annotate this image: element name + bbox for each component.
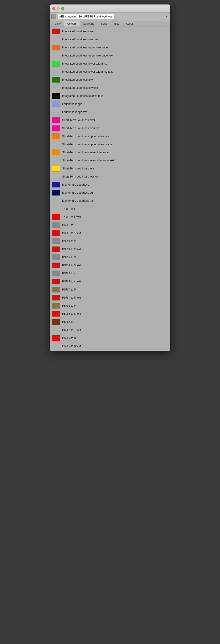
tab-about[interactable]: About xyxy=(122,21,136,26)
row-psr-0-to-1-text: PSR 0 to 1 text xyxy=(50,229,170,237)
row-integrated-loudness-lower-tolerance: Integrated Loudness lower tolerance xyxy=(50,60,170,68)
label-integrated-loudness-low-text: Integrated Loudness low text xyxy=(62,86,98,90)
row-psr-5-to-6: PSR 5 to 6 xyxy=(50,302,170,310)
swatch-integrated-loudness-lower-tolerance[interactable] xyxy=(52,61,60,66)
label-loudness-range-text: Loudness range text xyxy=(62,110,87,114)
row-psr-1-to-2: PSR 1 to 2 xyxy=(50,237,170,245)
maximize-button[interactable] xyxy=(61,7,64,10)
swatch-integrated-loudness-low[interactable] xyxy=(52,77,60,83)
swatch-psr-5-to-6[interactable] xyxy=(52,303,60,309)
label-momentary-loudness-text: Momentary Loudness text xyxy=(62,199,94,202)
row-psr-0-to-1: PSR 0 to 1 xyxy=(50,221,170,229)
no-swatch-short-term-loudness-lower-tolerance-text xyxy=(52,158,60,164)
tab-sync[interactable]: Sync xyxy=(98,21,110,26)
label-short-term-loudness-lower-tolerance: Short-Term Loudness lower tolerance xyxy=(62,151,109,154)
label-psr-4-to-5: PSR 4 to 5 xyxy=(62,288,76,291)
row-short-term-loudness-low-text: Short-Term Loudness low text xyxy=(50,172,170,181)
row-psr-7-to-8: PSR 7 to 8 xyxy=(50,334,170,342)
swatch-psr-3-to-4-text[interactable] xyxy=(52,279,60,284)
swatch-momentary-loudness-sum[interactable] xyxy=(52,190,60,196)
label-integrated-loudness-relative-text: Integrated Loudness relative text xyxy=(62,94,103,98)
label-short-term-loudness-low: Short-Term Loudness low xyxy=(62,167,94,170)
label-integrated-loudness-upper-tolerance-text: Integrated Loudness upper tolerance text xyxy=(62,54,113,57)
label-momentary-loudness: Momentary Loudness xyxy=(62,183,89,186)
label-short-term-loudness-low-text: Short-Term Loudness low text xyxy=(62,175,99,178)
tab-view[interactable]: View xyxy=(51,21,64,26)
colours-content: Integrated Loudness overIntegrated Loudn… xyxy=(50,26,170,351)
row-psr-3-to-4: PSR 3 to 4 xyxy=(50,270,170,278)
swatch-psr-7-to-8[interactable] xyxy=(52,335,60,341)
row-psr-3-to-4-text: PSR 3 to 4 text xyxy=(50,278,170,286)
no-swatch-integrated-loudness-lower-tolerance-text xyxy=(52,69,60,75)
swatch-psr-4-to-5[interactable] xyxy=(52,287,60,292)
label-psr-1-to-2: PSR 1 to 2 xyxy=(62,240,76,243)
swatch-psr-3-to-4[interactable] xyxy=(52,270,60,276)
swatch-short-term-loudness-upper-tolerance[interactable] xyxy=(52,133,60,139)
close-button[interactable] xyxy=(52,7,55,10)
tab-misc[interactable]: Misc xyxy=(110,21,122,26)
tab-colours[interactable]: Colours xyxy=(64,21,80,26)
row-short-term-loudness-lower-tolerance-text: Short-Term Loudness lower tolerance text xyxy=(50,156,170,164)
swatch-short-term-loudness-low[interactable] xyxy=(52,166,60,172)
label-short-term-loudness-upper-tolerance: Short-Term Loudness upper tolerance xyxy=(62,135,109,138)
row-loudness-range: Loudness range xyxy=(50,100,170,108)
minimize-button[interactable] xyxy=(57,7,60,10)
swatch-psr-5-to-6-text[interactable] xyxy=(52,311,60,317)
label-psr-1-to-2-text: PSR 1 to 2 text xyxy=(62,248,81,251)
swatch-psr-2-to-3-text[interactable] xyxy=(52,262,60,268)
row-short-term-loudness-over-text: Short-Term Loudness over text xyxy=(50,124,170,132)
swatch-psr-0-to-1[interactable] xyxy=(52,222,60,228)
row-integrated-loudness-lower-tolerance-text: Integrated Loudness lower tolerance text xyxy=(50,68,170,76)
label-short-term-loudness-upper-tolerance-text: Short-Term Loudness upper tolerance text xyxy=(62,143,114,146)
row-short-term-loudness-lower-tolerance: Short-Term Loudness lower tolerance xyxy=(50,148,170,156)
traffic-lights xyxy=(52,7,64,10)
label-integrated-loudness-over: Integrated Loudness over xyxy=(62,30,94,33)
row-short-term-loudness-upper-tolerance: Short-Term Loudness upper tolerance xyxy=(50,132,170,140)
label-psr-7-to-8-text: PSR 7 to 8 text xyxy=(62,344,81,348)
row-short-term-loudness-over: Short-Term Loudness over xyxy=(50,116,170,124)
row-momentary-loudness: Momentary Loudness xyxy=(50,181,170,189)
no-swatch-integrated-loudness-over-text xyxy=(52,36,60,42)
row-integrated-loudness-low-text: Integrated Loudness low text xyxy=(50,84,170,92)
swatch-loudness-range[interactable] xyxy=(52,101,60,107)
preset-select-wrapper: AES streaming -16 LUFS PSR and loudness xyxy=(58,14,169,19)
swatch-true-peak-over[interactable] xyxy=(52,214,60,220)
no-swatch-integrated-loudness-upper-tolerance-text xyxy=(52,53,60,58)
no-swatch-integrated-loudness-low-text xyxy=(52,85,60,91)
label-true-peak: True Peak xyxy=(62,207,75,210)
swatch-psr-6-to-7[interactable] xyxy=(52,319,60,325)
label-loudness-range: Loudness range xyxy=(62,102,82,106)
label-integrated-loudness-over-text: Integrated Loudness over text xyxy=(62,38,99,41)
swatch-psr-4-to-5-text[interactable] xyxy=(52,295,60,300)
label-psr-3-to-4: PSR 3 to 4 xyxy=(62,272,76,275)
add-button[interactable] xyxy=(51,14,56,19)
swatch-integrated-loudness-over[interactable] xyxy=(52,28,60,34)
swatch-psr-1-to-2[interactable] xyxy=(52,238,60,244)
swatch-psr-0-to-1-text[interactable] xyxy=(52,230,60,236)
row-psr-6-to-7: PSR 6 to 7 xyxy=(50,318,170,326)
label-integrated-loudness-low: Integrated Loudness low xyxy=(62,78,93,81)
no-swatch-psr-6-to-7-text xyxy=(52,327,60,333)
no-swatch-short-term-loudness-upper-tolerance-text xyxy=(52,142,60,147)
label-true-peak-over: True Peak over xyxy=(62,216,81,218)
row-short-term-loudness-low: Short-Term Loudness low xyxy=(50,164,170,172)
swatch-psr-1-to-2-text[interactable] xyxy=(52,246,60,252)
no-swatch-psr-7-to-8-text xyxy=(52,343,60,349)
swatch-short-term-loudness-over[interactable] xyxy=(52,117,60,123)
row-true-peak: True Peak xyxy=(50,205,170,213)
label-psr-0-to-1-text: PSR 0 to 1 text xyxy=(62,232,81,235)
swatch-short-term-loudness-over-text[interactable] xyxy=(52,125,60,131)
label-integrated-loudness-lower-tolerance-text: Integrated Loudness lower tolerance text xyxy=(62,70,113,73)
label-integrated-loudness-upper-tolerance: Integrated Loudness upper tolerance xyxy=(62,46,108,49)
tab-surround[interactable]: Surround xyxy=(80,21,98,26)
label-short-term-loudness-over-text: Short-Term Loudness over text xyxy=(62,127,100,130)
swatch-short-term-loudness-lower-tolerance[interactable] xyxy=(52,150,60,155)
row-psr-5-to-6-text: PSR 5 to 6 text xyxy=(50,310,170,318)
swatch-psr-2-to-3[interactable] xyxy=(52,254,60,260)
titlebar xyxy=(50,4,170,12)
swatch-integrated-loudness-relative-text[interactable] xyxy=(52,93,60,99)
toolbar: AES streaming -16 LUFS PSR and loudness xyxy=(50,12,170,21)
swatch-integrated-loudness-upper-tolerance[interactable] xyxy=(52,44,60,50)
swatch-momentary-loudness[interactable] xyxy=(52,182,60,188)
preset-select[interactable]: AES streaming -16 LUFS PSR and loudness xyxy=(58,14,114,19)
